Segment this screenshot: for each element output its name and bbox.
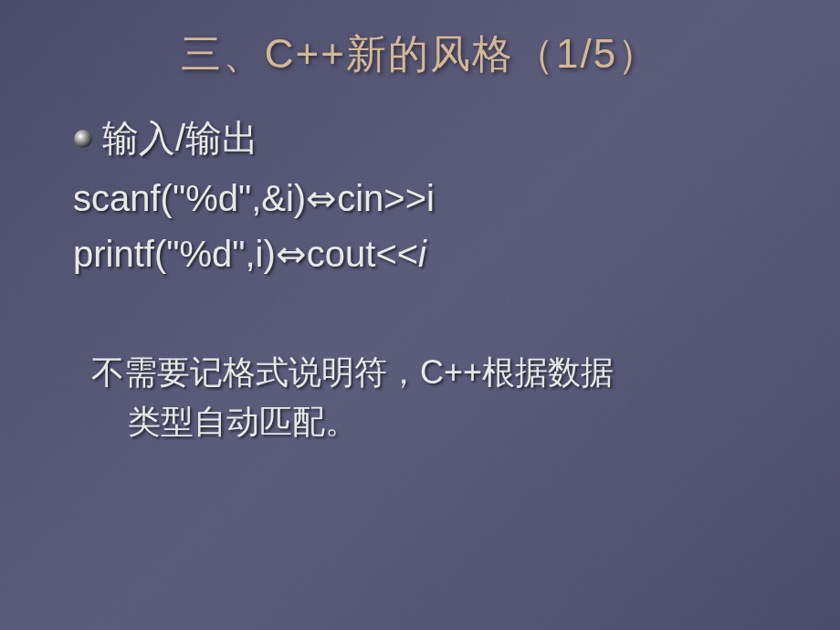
code-line-1: scanf("%d",&i)⇔cin>>i: [73, 177, 794, 219]
bullet-label: 输入/输出: [102, 113, 258, 163]
code-cin: cin>>i: [337, 178, 435, 218]
body-paragraph: 不需要记格式说明符，C++根据数据 类型自动匹配。: [91, 348, 767, 446]
slide-container: 三、C++新的风格（1/5） 输入/输出 scanf("%d",&i)⇔cin>…: [0, 0, 840, 630]
code-cout: cout<<: [307, 234, 418, 274]
arrow-icon-1: ⇔: [306, 178, 337, 218]
code-printf: printf("%d",i): [73, 234, 276, 274]
svg-point-0: [74, 130, 92, 148]
body-line-2: 类型自动匹配。: [128, 397, 767, 446]
bullet-icon: [73, 129, 93, 149]
body-line-1: 不需要记格式说明符，C++根据数据: [91, 353, 614, 391]
code-var-i: i: [418, 234, 426, 274]
code-line-2: printf("%d",i)⇔cout<<i: [73, 233, 794, 275]
code-scanf: scanf("%d",&i): [73, 178, 306, 218]
slide-title: 三、C++新的风格（1/5）: [46, 27, 794, 81]
arrow-icon-2: ⇔: [276, 234, 307, 274]
bullet-item: 输入/输出: [73, 113, 794, 163]
